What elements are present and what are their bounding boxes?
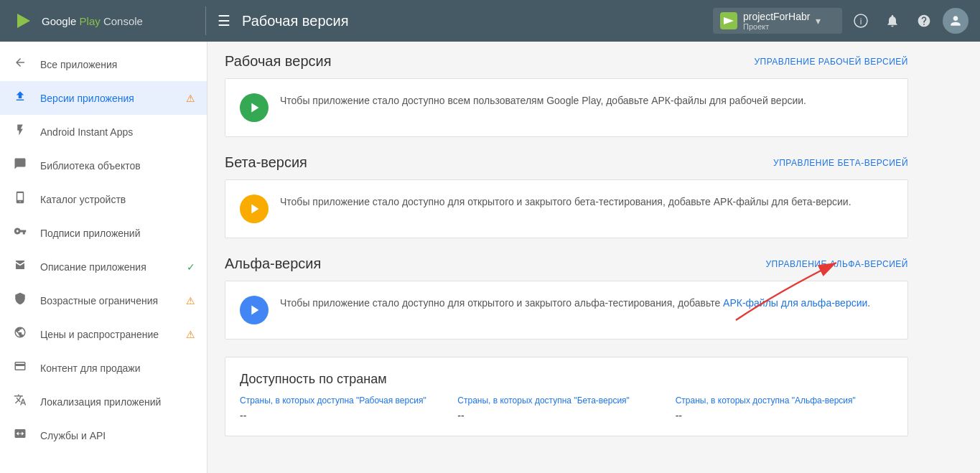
sidebar-item-versions[interactable]: Версии приложения ⚠ [0, 81, 207, 115]
info-button[interactable]: i [848, 8, 874, 34]
key-icon [11, 225, 29, 241]
header: Google Play Console ☰ Рабочая версия pro… [0, 0, 980, 42]
play-icon-alpha [246, 302, 262, 318]
store-icon [11, 258, 29, 275]
sidebar-item-all-apps[interactable]: Все приложения [0, 47, 207, 81]
alpha-card-icon [240, 296, 269, 324]
production-section-header: Рабочая версия УПРАВЛЕНИЕ РАБОЧЕЙ ВЕРСИЕ… [225, 53, 908, 70]
prices-warning-badge: ⚠ [186, 329, 195, 340]
help-icon [917, 14, 931, 28]
back-icon [11, 56, 29, 72]
availability-col-alpha: Страны, в которых доступна "Альфа-версия… [676, 395, 893, 421]
availability-col-production: Страны, в которых доступна "Рабочая верс… [240, 395, 457, 421]
manage-production-button[interactable]: УПРАВЛЕНИЕ РАБОЧЕЙ ВЕРСИЕЙ [754, 57, 908, 67]
description-success-badge: ✓ [187, 261, 195, 273]
alpha-section-title: Альфа-версия [225, 256, 321, 272]
translate-icon [11, 393, 29, 410]
alpha-card-text-part2: . [867, 297, 870, 309]
sidebar-item-prices[interactable]: Цены и распространение ⚠ [0, 317, 207, 351]
main-content: Рабочая версия УПРАВЛЕНИЕ РАБОЧЕЙ ВЕРСИЕ… [207, 42, 980, 473]
info-icon: i [854, 14, 868, 28]
instant-apps-icon [11, 123, 29, 140]
upload-icon [11, 90, 29, 106]
sidebar-item-prices-label: Цены и распространение [40, 329, 174, 340]
sidebar-item-age-label: Возрастные ограничения [40, 295, 174, 306]
project-info: projectForHabr Проект [743, 11, 810, 31]
devices-icon [11, 191, 29, 207]
beta-card-text: Чтобы приложение стало доступно для откр… [280, 195, 851, 210]
sidebar: Все приложения Версии приложения ⚠ Andro… [0, 42, 207, 473]
sidebar-item-content-label: Контент для продажи [40, 362, 195, 374]
svg-marker-2 [724, 17, 734, 24]
production-card: Чтобы приложение стало доступно всем пол… [225, 78, 908, 137]
sidebar-item-catalog[interactable]: Каталог устройств [0, 182, 207, 216]
beta-section-header: Бета-версия УПРАВЛЕНИЕ БЕТА-ВЕРСИЕЙ [225, 154, 908, 171]
sidebar-item-instant-label: Android Instant Apps [40, 126, 195, 138]
payment-icon [11, 360, 29, 376]
project-sub: Проект [743, 22, 810, 31]
sidebar-item-services[interactable]: Службы и API [0, 418, 207, 452]
availability-col2-title: Страны, в которых доступна "Бета-версия" [457, 395, 663, 406]
notifications-button[interactable] [879, 8, 905, 34]
project-name: projectForHabr [743, 11, 810, 22]
availability-col3-value: -- [676, 410, 882, 421]
beta-section-title: Бета-версия [225, 154, 307, 171]
sidebar-item-versions-label: Версии приложения [40, 93, 174, 104]
body: Все приложения Версии приложения ⚠ Andro… [0, 42, 980, 473]
sidebar-item-localization-label: Локализация приложений [40, 396, 195, 408]
sidebar-item-signatures[interactable]: Подписи приложений [0, 216, 207, 250]
main-inner: Рабочая версия УПРАВЛЕНИЕ РАБОЧЕЙ ВЕРСИЕ… [207, 42, 925, 448]
sidebar-item-description-label: Описание приложения [40, 261, 175, 273]
sidebar-item-instant[interactable]: Android Instant Apps [0, 115, 207, 149]
availability-cols: Страны, в которых доступна "Рабочая верс… [240, 395, 893, 421]
availability-col1-title: Страны, в которых доступна "Рабочая верс… [240, 395, 446, 406]
help-button[interactable] [911, 8, 937, 34]
project-logo-icon [722, 14, 735, 27]
sidebar-item-content[interactable]: Контент для продажи [0, 351, 207, 385]
chevron-down-icon: ▾ [816, 15, 821, 27]
sidebar-item-localization[interactable]: Локализация приложений [0, 385, 207, 418]
logo-text: Google Play Console [42, 15, 143, 27]
project-icon [720, 12, 737, 29]
header-divider [205, 6, 206, 35]
library-icon [11, 157, 29, 174]
availability-col1-value: -- [240, 410, 446, 421]
header-right: projectForHabr Проект ▾ i [713, 8, 969, 34]
bell-icon [885, 14, 900, 28]
account-avatar[interactable] [943, 8, 969, 34]
play-store-logo-icon [11, 9, 34, 32]
alpha-card-text-part1: Чтобы приложение стало доступно для откр… [280, 297, 723, 309]
play-icon [246, 100, 262, 116]
globe-icon [11, 326, 29, 342]
sidebar-item-catalog-label: Каталог устройств [40, 194, 195, 205]
manage-beta-button[interactable]: УПРАВЛЕНИЕ БЕТА-ВЕРСИЕЙ [773, 158, 908, 168]
sidebar-item-all-apps-label: Все приложения [40, 59, 195, 70]
beta-section: Бета-версия УПРАВЛЕНИЕ БЕТА-ВЕРСИЕЙ Чтоб… [225, 154, 908, 238]
sidebar-item-library-label: Библиотека объектов [40, 160, 195, 172]
availability-section: Доступность по странам Страны, в которых… [225, 357, 908, 436]
account-icon [948, 14, 963, 28]
alpha-section-header: Альфа-версия УПРАВЛЕНИЕ АЛЬФА-ВЕРСИЕЙ [225, 256, 908, 272]
project-selector[interactable]: projectForHabr Проект ▾ [713, 8, 842, 34]
alpha-apk-link[interactable]: АРК-файлы для альфа-версии [723, 297, 867, 309]
availability-col2-value: -- [457, 410, 663, 421]
svg-text:i: i [860, 17, 862, 27]
shield-icon [11, 292, 29, 309]
play-icon-beta [246, 201, 262, 217]
sidebar-item-age[interactable]: Возрастные ограничения ⚠ [0, 284, 207, 317]
versions-warning-badge: ⚠ [186, 93, 195, 104]
sidebar-item-library[interactable]: Библиотека объектов [0, 149, 207, 182]
menu-icon[interactable]: ☰ [218, 12, 230, 29]
age-warning-badge: ⚠ [186, 295, 195, 306]
manage-alpha-button[interactable]: УПРАВЛЕНИЕ АЛЬФА-ВЕРСИЕЙ [765, 259, 908, 269]
api-icon [11, 427, 29, 444]
availability-col-beta: Страны, в которых доступна "Бета-версия"… [457, 395, 675, 421]
sidebar-item-description[interactable]: Описание приложения ✓ [0, 250, 207, 284]
production-section-title: Рабочая версия [225, 53, 332, 70]
beta-card-icon [240, 195, 269, 223]
sidebar-item-services-label: Службы и API [40, 430, 195, 441]
alpha-section: Альфа-версия УПРАВЛЕНИЕ АЛЬФА-ВЕРСИЕЙ [225, 256, 908, 339]
availability-col3-title: Страны, в которых доступна "Альфа-версия… [676, 395, 882, 406]
page-title: Рабочая версия [242, 13, 713, 29]
availability-title: Доступность по странам [240, 372, 893, 387]
